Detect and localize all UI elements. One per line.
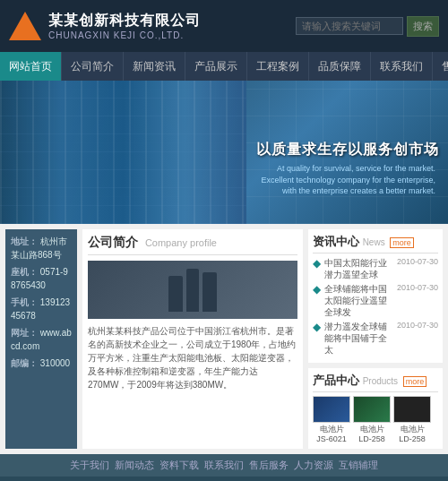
person-3 (202, 272, 217, 312)
news-bullet-2: ◆ (313, 283, 321, 296)
footer-nav: 关于我们 新闻动态 资料下载 联系我们 售后服务 人力资源 互销辅理 (0, 454, 448, 477)
nav-item-contact[interactable]: 联系我们 (371, 52, 433, 81)
products-more-button[interactable]: more (403, 376, 427, 387)
product-images: 电池片 JS-6021 电池片 LD-258 电池片 LD-258 (313, 396, 438, 444)
search-area: 搜索 (296, 16, 439, 37)
phone-item: 座机： 0571-98765430 (11, 265, 72, 292)
zip-label: 邮编： (11, 358, 38, 368)
footer-copyright: 版权所有 Copyright(C)2009-2011 杭州某某科技产品公司 (0, 477, 448, 481)
nav-item-service[interactable]: 售后服务 (433, 52, 448, 81)
logo-cn: 某某创新科技有限公司 (48, 12, 201, 30)
footer-nav-partner[interactable]: 互销辅理 (339, 459, 378, 472)
news-section: 资讯中心 News more ◆ 中国太阳能行业潜力遥望全球 2010-07-3… (308, 229, 443, 363)
banner-slogan: 以质量求生存以服务创市场 (256, 141, 439, 159)
news-date-1: 2010-07-30 (397, 257, 438, 266)
nav-item-products[interactable]: 产品展示 (185, 52, 247, 81)
search-button[interactable]: 搜索 (407, 16, 439, 37)
banner-text: 以质量求生存以服务创市场 At quality for survival, se… (256, 141, 439, 197)
product-item-1[interactable]: 电池片 JS-6021 (313, 396, 350, 444)
search-input[interactable] (296, 17, 403, 35)
banner-glass-effect (0, 81, 246, 224)
news-text-3[interactable]: 潜力遥发全球铺能将中国铺于全太 (324, 321, 395, 356)
company-description: 杭州某某科技产品公司位于中国浙江省杭州市。是著名的高新技术企业之一，公司成立于1… (88, 324, 297, 391)
person-2 (186, 269, 199, 312)
footer-nav-news[interactable]: 新闻动态 (115, 459, 154, 472)
banner: 以质量求生存以服务创市场 At quality for survival, se… (0, 81, 448, 224)
news-title-cn: 资讯中心 (313, 235, 359, 248)
company-section: 公司简介 Company profile 杭州某某科技产品公司位于中国浙江省杭州… (82, 229, 303, 449)
nav-item-about[interactable]: 公司简介 (62, 52, 124, 81)
company-title-cn: 公司简介 (88, 235, 138, 249)
logo-text: 某某创新科技有限公司 CHUNAGXIN KEJI CO.,LTD. (48, 12, 201, 40)
product-thumb-3 (393, 396, 431, 423)
news-item-3: ◆ 潜力遥发全球铺能将中国铺于全太 2010-07-30 (313, 321, 438, 356)
footer-nav-hr[interactable]: 人力资源 (294, 459, 333, 472)
mobile-item: 手机： 13912345678 (11, 296, 72, 322)
news-text-1[interactable]: 中国太阳能行业潜力遥望全球 (324, 257, 395, 280)
mobile-label: 手机： (11, 297, 38, 307)
news-date-2: 2010-07-30 (397, 283, 438, 292)
footer-nav-about[interactable]: 关于我们 (70, 459, 109, 472)
main-nav: 网站首页 公司简介 新闻资讯 产品展示 工程案例 品质保障 联系我们 售后服务 (0, 52, 448, 81)
company-title: 公司简介 Company profile (88, 235, 297, 255)
news-more-button[interactable]: more (390, 237, 414, 248)
news-title-en: News (363, 237, 385, 247)
company-image (88, 261, 297, 319)
phone-label: 座机： (11, 267, 38, 277)
news-header: 资讯中心 News more (313, 234, 438, 253)
products-header: 产品中心 Products more (313, 373, 438, 392)
products-section: 产品中心 Products more 电池片 JS-6021 电池片 LD-25… (308, 368, 443, 449)
news-bullet-3: ◆ (313, 321, 321, 333)
company-title-en: Company profile (145, 237, 217, 248)
footer-nav-service[interactable]: 售后服务 (249, 459, 289, 472)
nav-item-quality[interactable]: 品质保障 (309, 52, 371, 81)
person-1 (168, 276, 183, 312)
product-item-2[interactable]: 电池片 LD-258 (353, 396, 391, 444)
product-name-1: 电池片 JS-6021 (313, 425, 350, 444)
website-item: 网址： www.abcd.com (11, 326, 72, 353)
product-thumb-2 (353, 396, 391, 423)
banner-sub: At quality for survival, service for the… (256, 163, 435, 197)
product-item-3[interactable]: 电池片 LD-258 (393, 396, 431, 444)
footer-nav-contact[interactable]: 联系我们 (204, 459, 244, 472)
nav-item-cases[interactable]: 工程案例 (247, 52, 309, 81)
news-text-2[interactable]: 全球铺能将中国太阳能行业遥望全球发 (324, 283, 395, 318)
contact-sidebar: 地址： 杭州市某山路868号 座机： 0571-98765430 手机： 139… (5, 229, 77, 449)
website-label: 网址： (11, 328, 38, 338)
products-title-cn: 产品中心 (313, 374, 359, 387)
product-name-2: 电池片 LD-258 (353, 425, 391, 444)
product-thumb-1 (313, 396, 350, 423)
logo-triangle-icon (9, 12, 41, 40)
right-column: 资讯中心 News more ◆ 中国太阳能行业潜力遥望全球 2010-07-3… (308, 229, 443, 449)
news-item-1: ◆ 中国太阳能行业潜力遥望全球 2010-07-30 (313, 257, 438, 280)
address-label: 地址： (11, 236, 38, 246)
logo-area: 某某创新科技有限公司 CHUNAGXIN KEJI CO.,LTD. (9, 12, 201, 40)
zip-value: 310000 (40, 358, 70, 368)
products-title-en: Products (363, 376, 398, 386)
main-content: 地址： 杭州市某山路868号 座机： 0571-98765430 手机： 139… (0, 224, 448, 454)
nav-item-home[interactable]: 网站首页 (0, 52, 62, 81)
news-date-3: 2010-07-30 (397, 321, 438, 330)
nav-item-news[interactable]: 新闻资讯 (124, 52, 185, 81)
news-item-2: ◆ 全球铺能将中国太阳能行业遥望全球发 2010-07-30 (313, 283, 438, 318)
footer-nav-download[interactable]: 资料下载 (159, 459, 199, 472)
people-silhouettes (161, 265, 224, 315)
address-item: 地址： 杭州市某山路868号 (11, 235, 72, 262)
header: 某某创新科技有限公司 CHUNAGXIN KEJI CO.,LTD. 搜索 (0, 0, 448, 52)
zip-item: 邮编： 310000 (11, 356, 72, 370)
news-bullet-1: ◆ (313, 257, 321, 270)
logo-en: CHUNAGXIN KEJI CO.,LTD. (48, 30, 201, 40)
product-name-3: 电池片 LD-258 (393, 425, 431, 444)
